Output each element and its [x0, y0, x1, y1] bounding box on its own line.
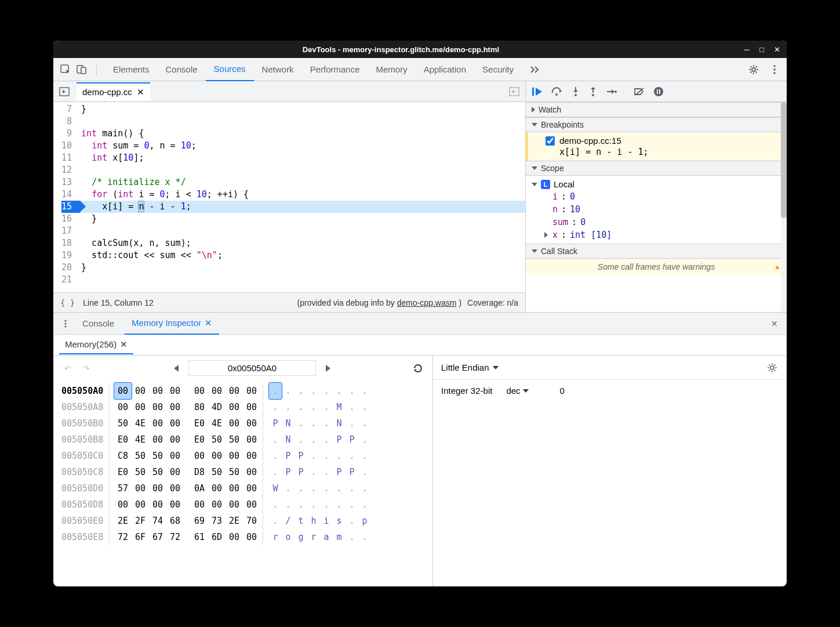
panel-tab-memory[interactable]: Memory [368, 58, 416, 81]
value-type-label: Integer 32-bit [441, 386, 492, 396]
breakpoint-location: demo-cpp.cc:15 [559, 136, 621, 146]
hex-row[interactable]: 005050E02E2F746869732E70./this.p [61, 513, 424, 529]
memory-nav: ↶ ↷ [53, 356, 432, 380]
debugger-toolbar [526, 81, 787, 102]
panel-tab-application[interactable]: Application [416, 58, 474, 81]
hex-row[interactable]: 005050D0570000000A000000W....... [61, 480, 424, 496]
hex-row[interactable]: 005050B0504E0000E04E0000PN...N.. [61, 415, 424, 432]
cursor-position: Line 15, Column 12 [83, 298, 153, 307]
hex-row[interactable]: 005050B8E04E0000E0505000.N...PP. [61, 432, 424, 448]
hex-row[interactable]: 005050A00000000000000000........ [61, 383, 424, 399]
callstack-section[interactable]: Call Stack [526, 244, 787, 259]
scope-var[interactable]: sum: 0 [544, 216, 781, 229]
scrollbar[interactable] [781, 102, 787, 312]
endianness-select[interactable]: Little Endian [441, 363, 499, 372]
deactivate-breakpoints-icon[interactable] [634, 87, 645, 96]
scope-var[interactable]: n: 10 [544, 203, 781, 216]
watch-section[interactable]: Watch [526, 102, 787, 117]
close-tab-icon[interactable]: ✕ [137, 87, 144, 97]
svg-rect-2 [81, 67, 86, 74]
callstack-warning: Some call frames have warnings [526, 259, 787, 275]
svg-point-11 [574, 94, 577, 96]
prev-page-icon[interactable] [170, 362, 183, 375]
drawer-tab-memory-inspector[interactable]: Memory Inspector ✕ [125, 313, 219, 335]
step-into-icon[interactable] [571, 86, 580, 97]
window-title: DevTools - memory-inspector.glitch.me/de… [59, 45, 743, 54]
window-titlebar: DevTools - memory-inspector.glitch.me/de… [53, 41, 787, 58]
inspect-element-icon[interactable] [59, 63, 72, 76]
svg-rect-17 [659, 89, 660, 94]
panel-tab-sources[interactable]: Sources [206, 58, 254, 81]
svg-point-13 [614, 90, 617, 93]
next-page-icon[interactable] [322, 362, 334, 375]
refresh-icon[interactable] [412, 362, 424, 375]
debugger-sidebar: Watch Breakpoints demo-cpp.cc:15 x[i] = … [526, 81, 787, 312]
svg-point-20 [64, 325, 66, 327]
navigator-toggle-icon[interactable] [58, 85, 71, 98]
hex-row[interactable]: 005050A800000000804D0000.....M.. [61, 399, 424, 415]
pretty-print-icon[interactable]: { } [60, 298, 75, 307]
svg-point-10 [555, 93, 558, 96]
decoded-value: 0 [560, 386, 565, 396]
hex-row[interactable]: 005050C8E0505000D8505000.PP..PP. [61, 464, 424, 480]
pause-on-exception-icon[interactable] [653, 86, 664, 97]
step-over-icon[interactable] [551, 87, 563, 96]
svg-rect-9 [532, 88, 534, 96]
svg-point-21 [770, 366, 774, 369]
close-tab-icon[interactable]: ✕ [120, 339, 128, 350]
panel-tabs: ElementsConsoleSourcesNetworkPerformance… [105, 58, 522, 81]
redo-icon[interactable]: ↷ [80, 362, 93, 375]
scope-section[interactable]: Scope [526, 161, 787, 176]
maximize-icon[interactable]: □ [758, 45, 766, 53]
memory-inspector-tabs: Memory(256) ✕ [53, 335, 787, 356]
scope-local[interactable]: LLocal [532, 178, 781, 190]
svg-point-12 [592, 94, 594, 96]
value-format-select[interactable]: dec [506, 386, 528, 396]
drawer-kebab-icon[interactable] [59, 317, 72, 330]
breakpoint-preview: x[i] = n - i - 1; [559, 147, 781, 157]
kebab-menu-icon[interactable] [768, 63, 781, 76]
settings-icon[interactable] [747, 63, 760, 76]
svg-rect-16 [657, 89, 658, 94]
resume-icon[interactable] [532, 86, 543, 97]
hex-row[interactable]: 005050C0C850500000000000.PP..... [61, 448, 424, 464]
file-tab[interactable]: demo-cpp.cc ✕ [77, 82, 150, 101]
hex-row[interactable]: 005050E8726F6772616D0000rogram.. [61, 529, 424, 545]
more-panels-icon[interactable] [529, 63, 541, 76]
close-tab-icon[interactable]: ✕ [205, 318, 212, 328]
scope-var[interactable]: i: 0 [544, 190, 781, 203]
drawer-tabbar: Console Memory Inspector ✕ ✕ [53, 313, 787, 335]
file-tabbar: demo-cpp.cc ✕ [53, 81, 525, 102]
scope-var[interactable]: x: int [10] [544, 229, 781, 241]
drawer-tab-console[interactable]: Console [75, 313, 121, 335]
address-input[interactable] [188, 360, 316, 376]
breakpoint-checkbox[interactable] [546, 136, 555, 146]
value-settings-icon[interactable] [766, 361, 779, 374]
panel-tab-network[interactable]: Network [254, 58, 302, 81]
panel-tab-security[interactable]: Security [474, 58, 522, 81]
undo-icon[interactable]: ↶ [61, 362, 74, 375]
main-toolbar: ElementsConsoleSourcesNetworkPerformance… [53, 58, 787, 81]
svg-point-19 [64, 322, 66, 324]
close-drawer-icon[interactable]: ✕ [768, 317, 781, 330]
debugger-toggle-icon[interactable] [508, 85, 521, 98]
panel-tab-performance[interactable]: Performance [302, 58, 368, 81]
breakpoint-item[interactable]: demo-cpp.cc:15 x[i] = n - i - 1; [526, 132, 787, 161]
code-editor[interactable]: 789101112131415161718192021 } int main()… [53, 102, 525, 292]
minimize-icon[interactable]: ─ [743, 45, 751, 53]
svg-point-18 [64, 320, 66, 321]
close-icon[interactable]: ✕ [773, 45, 781, 53]
panel-tab-console[interactable]: Console [158, 58, 206, 81]
hex-viewer[interactable]: 005050A00000000000000000........005050A8… [53, 380, 432, 548]
step-out-icon[interactable] [588, 86, 598, 97]
panel-tab-elements[interactable]: Elements [105, 58, 158, 81]
svg-point-15 [654, 87, 663, 96]
file-tab-label: demo-cpp.cc [82, 87, 132, 97]
device-toolbar-icon[interactable] [75, 63, 88, 76]
breakpoints-section[interactable]: Breakpoints [526, 117, 787, 132]
debug-info-link[interactable]: demo-cpp.wasm [397, 298, 457, 307]
memory-tab[interactable]: Memory(256) ✕ [59, 336, 133, 354]
hex-row[interactable]: 005050D80000000000000000........ [61, 496, 424, 513]
step-icon[interactable] [606, 87, 617, 96]
svg-point-6 [773, 72, 776, 74]
